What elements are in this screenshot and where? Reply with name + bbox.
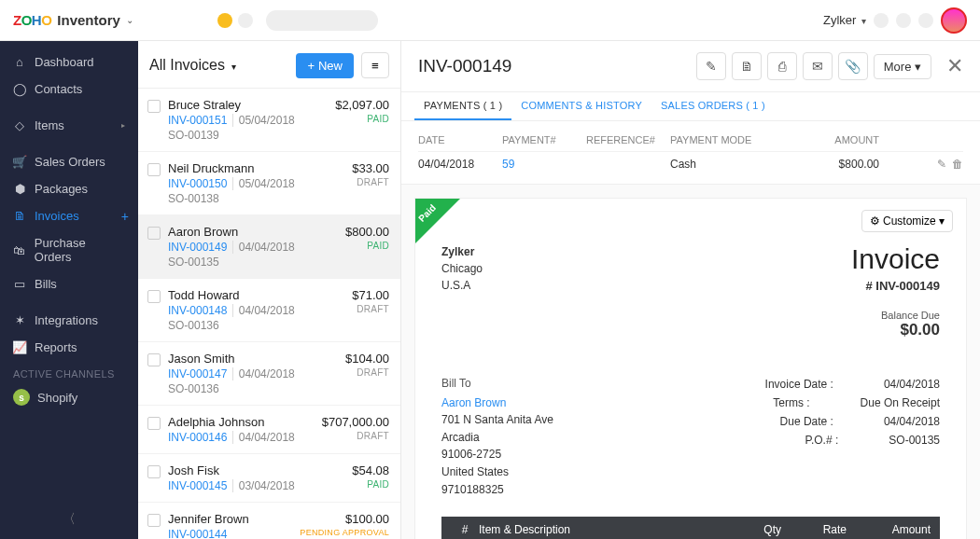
detail-body[interactable]: Paid ⚙ Customize ▾ Zylker Chicago U.S.A … <box>401 185 980 539</box>
sidebar-item-dashboard[interactable]: ⌂Dashboard <box>0 48 138 76</box>
line-items-table: # Item & Description Qty Rate Amount 1 A… <box>441 517 940 539</box>
chevron-right-icon: ▸ <box>121 121 125 130</box>
customer-link[interactable]: Aaron Brown <box>441 394 553 412</box>
top-icon[interactable] <box>896 13 911 28</box>
integration-icon: ✶ <box>13 313 26 327</box>
invoice-amount: $71.00 <box>352 288 389 302</box>
balance-label: Balance Due <box>851 310 940 321</box>
invoice-link[interactable]: INV-000147 <box>168 367 227 380</box>
attach-button[interactable]: 📎 <box>838 52 868 80</box>
invoice-row[interactable]: Todd Howard INV-000148 04/04/2018 SO-001… <box>138 279 400 342</box>
customer-name: Josh Fisk <box>168 463 344 477</box>
invoice-link[interactable]: INV-000145 <box>168 479 227 492</box>
invoice-document: Paid ⚙ Customize ▾ Zylker Chicago U.S.A … <box>414 198 967 539</box>
row-checkbox[interactable] <box>147 465 161 478</box>
tab[interactable]: SALES ORDERS ( 1 ) <box>651 92 775 120</box>
invoice-link[interactable]: INV-000146 <box>168 431 227 444</box>
invoice-row[interactable]: Adelphia Johnson INV-000146 04/04/2018 $… <box>138 406 400 454</box>
sidebar-item-label: Items <box>35 118 64 132</box>
avatar[interactable] <box>941 7 967 34</box>
email-button[interactable]: ✉ <box>803 52 833 80</box>
payment-row: 04/04/2018 59 Cash $800.00 ✎🗑 <box>418 152 963 176</box>
sidebar-item-purchase-orders[interactable]: 🛍Purchase Orders <box>0 229 138 270</box>
global-search[interactable] <box>266 10 378 31</box>
row-checkbox[interactable] <box>147 100 161 113</box>
row-checkbox[interactable] <box>147 514 161 527</box>
tab[interactable]: COMMENTS & HISTORY <box>511 92 651 120</box>
invoice-row[interactable]: Jason Smith INV-000147 04/04/2018 SO-001… <box>138 342 400 406</box>
tab[interactable]: PAYMENTS ( 1 ) <box>414 92 511 120</box>
invoice-list[interactable]: Bruce Straley INV-000151 05/04/2018 SO-0… <box>138 89 400 539</box>
sidebar-item-label: Dashboard <box>35 55 94 69</box>
invoice-status: PENDING APPROVAL <box>300 528 389 537</box>
top-icon[interactable] <box>918 13 933 28</box>
org-switcher[interactable]: Zylker ▾ <box>823 13 866 27</box>
balance-amount: $0.00 <box>851 321 940 339</box>
invoice-row[interactable]: Jennifer Brown INV-000144 31/03/2018 $10… <box>138 503 400 539</box>
customer-name: Neil Druckmann <box>168 161 344 175</box>
invoice-link[interactable]: INV-000151 <box>168 114 227 127</box>
channel-shopify[interactable]: sShopify <box>0 383 138 411</box>
invoice-link[interactable]: INV-000149 <box>168 241 227 254</box>
from-address: Zylker Chicago U.S.A <box>441 243 483 339</box>
row-checkbox[interactable] <box>147 417 161 430</box>
edit-payment-icon[interactable]: ✎ <box>937 158 946 171</box>
shortcut-dot[interactable] <box>238 13 253 28</box>
package-icon: ⬢ <box>13 182 26 196</box>
invoice-row[interactable]: Josh Fisk INV-000145 03/04/2018 $54.08 P… <box>138 454 400 503</box>
doc-number: # INV-000149 <box>851 279 940 293</box>
sidebar-item-items[interactable]: ◇Items▸ <box>0 112 138 139</box>
delete-payment-icon[interactable]: 🗑 <box>952 158 963 171</box>
so-number: SO-00135 <box>168 256 338 269</box>
customer-name: Jennifer Brown <box>168 512 292 526</box>
top-icon[interactable] <box>874 13 889 28</box>
hamburger-icon: ≡ <box>371 59 379 73</box>
meta-row: P.O.# :SO-00135 <box>765 431 940 449</box>
sidebar-item-reports[interactable]: 📈Reports <box>0 334 138 361</box>
list-options-button[interactable]: ≡ <box>361 52 389 78</box>
app-switcher[interactable]: ZOHO Inventory ⌄ <box>13 12 133 28</box>
edit-button[interactable]: ✎ <box>696 52 726 80</box>
print-button[interactable]: ⎙ <box>767 52 797 80</box>
pdf-button[interactable]: 🗎 <box>732 52 762 80</box>
row-checkbox[interactable] <box>147 353 161 366</box>
list-filter-dropdown[interactable]: All Invoices ▾ <box>149 57 236 74</box>
shortcut-dot[interactable] <box>217 13 232 28</box>
invoice-link[interactable]: INV-000150 <box>168 177 227 190</box>
new-invoice-button[interactable]: +New <box>296 53 354 78</box>
invoice-row[interactable]: Bruce Straley INV-000151 05/04/2018 SO-0… <box>138 89 400 152</box>
row-checkbox[interactable] <box>147 290 161 303</box>
row-checkbox[interactable] <box>147 163 161 176</box>
channels-label: ACTIVE CHANNELS <box>0 361 138 383</box>
add-invoice-icon[interactable]: + <box>121 209 129 224</box>
invoice-status: PAID <box>335 114 389 124</box>
gear-icon: ⚙ <box>870 214 880 228</box>
invoice-amount: $104.00 <box>345 352 389 366</box>
sidebar-item-bills[interactable]: ▭Bills <box>0 270 138 297</box>
payment-link[interactable]: 59 <box>502 158 586 171</box>
invoice-link[interactable]: INV-000144 <box>168 528 227 539</box>
invoice-row[interactable]: Aaron Brown INV-000149 04/04/2018 SO-001… <box>138 215 400 279</box>
invoice-row[interactable]: Neil Druckmann INV-000150 05/04/2018 SO-… <box>138 152 400 215</box>
sidebar-item-packages[interactable]: ⬢Packages <box>0 175 138 202</box>
row-checkbox[interactable] <box>147 227 161 240</box>
channel-label: Shopify <box>37 391 77 405</box>
sidebar-item-label: Invoices <box>35 209 79 223</box>
tag-icon: ◇ <box>13 118 26 132</box>
product-name: Inventory <box>57 12 120 28</box>
home-icon: ⌂ <box>13 55 26 69</box>
customer-name: Jason Smith <box>168 352 338 366</box>
sidebar-item-sales-orders[interactable]: 🛒Sales Orders <box>0 148 138 175</box>
sidebar-item-integrations[interactable]: ✶Integrations <box>0 307 138 334</box>
invoice-link[interactable]: INV-000148 <box>168 304 227 317</box>
collapse-sidebar[interactable]: 〈 <box>0 500 138 539</box>
col-date: DATE <box>418 134 502 145</box>
sidebar-item-contacts[interactable]: ◯Contacts <box>0 76 138 103</box>
sidebar-item-invoices[interactable]: 🗎Invoices+ <box>0 202 138 229</box>
customize-button[interactable]: ⚙ Customize ▾ <box>861 210 953 232</box>
mail-icon: ✉ <box>812 59 823 74</box>
invoice-amount: $100.00 <box>300 512 389 526</box>
more-dropdown[interactable]: More ▾ <box>874 54 931 79</box>
invoice-amount: $800.00 <box>345 225 389 239</box>
close-detail-button[interactable]: ✕ <box>946 56 963 76</box>
